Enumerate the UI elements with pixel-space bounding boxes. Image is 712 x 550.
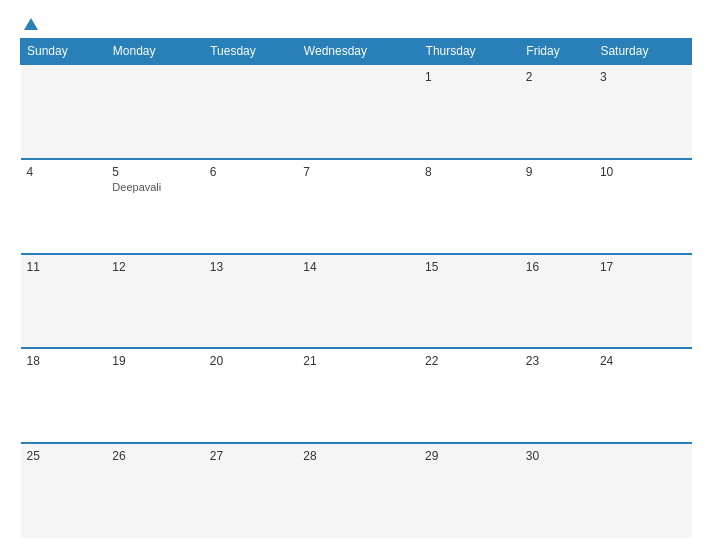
weekday-header-tuesday: Tuesday (204, 39, 298, 65)
day-number: 27 (210, 449, 292, 463)
calendar-cell: 30 (520, 443, 594, 538)
calendar-cell (297, 64, 419, 159)
calendar-cell: 4 (21, 159, 107, 254)
calendar-week-row: 18192021222324 (21, 348, 692, 443)
day-number: 17 (600, 260, 686, 274)
calendar-cell: 29 (419, 443, 520, 538)
day-number: 12 (112, 260, 197, 274)
calendar-cell: 18 (21, 348, 107, 443)
calendar-cell: 19 (106, 348, 203, 443)
weekday-header-saturday: Saturday (594, 39, 692, 65)
calendar-cell (21, 64, 107, 159)
day-number: 28 (303, 449, 413, 463)
day-number: 16 (526, 260, 588, 274)
calendar-cell: 15 (419, 254, 520, 349)
day-number: 26 (112, 449, 197, 463)
calendar-cell: 5Deepavali (106, 159, 203, 254)
calendar-cell: 20 (204, 348, 298, 443)
day-number: 24 (600, 354, 686, 368)
day-number: 18 (27, 354, 101, 368)
day-number: 25 (27, 449, 101, 463)
header (20, 18, 692, 30)
weekday-header-thursday: Thursday (419, 39, 520, 65)
day-number: 5 (112, 165, 197, 179)
calendar-week-row: 11121314151617 (21, 254, 692, 349)
calendar-cell (204, 64, 298, 159)
day-number: 30 (526, 449, 588, 463)
calendar-cell: 3 (594, 64, 692, 159)
day-number: 4 (27, 165, 101, 179)
calendar-cell: 10 (594, 159, 692, 254)
calendar-cell: 1 (419, 64, 520, 159)
day-number: 22 (425, 354, 514, 368)
weekday-header-row: SundayMondayTuesdayWednesdayThursdayFrid… (21, 39, 692, 65)
day-number: 23 (526, 354, 588, 368)
calendar-cell: 12 (106, 254, 203, 349)
day-number: 10 (600, 165, 686, 179)
calendar-cell: 28 (297, 443, 419, 538)
day-number: 6 (210, 165, 292, 179)
weekday-header-monday: Monday (106, 39, 203, 65)
calendar-cell: 16 (520, 254, 594, 349)
calendar-cell: 2 (520, 64, 594, 159)
calendar-cell (594, 443, 692, 538)
calendar-cell: 24 (594, 348, 692, 443)
calendar-cell: 21 (297, 348, 419, 443)
weekday-header-sunday: Sunday (21, 39, 107, 65)
day-number: 9 (526, 165, 588, 179)
calendar-cell: 11 (21, 254, 107, 349)
day-number: 29 (425, 449, 514, 463)
day-number: 15 (425, 260, 514, 274)
weekday-header-wednesday: Wednesday (297, 39, 419, 65)
page: SundayMondayTuesdayWednesdayThursdayFrid… (0, 0, 712, 550)
calendar-cell: 14 (297, 254, 419, 349)
day-number: 8 (425, 165, 514, 179)
day-number: 2 (526, 70, 588, 84)
day-number: 13 (210, 260, 292, 274)
day-number: 14 (303, 260, 413, 274)
day-number: 3 (600, 70, 686, 84)
logo (20, 18, 38, 30)
calendar-cell: 8 (419, 159, 520, 254)
calendar-cell (106, 64, 203, 159)
calendar-cell: 25 (21, 443, 107, 538)
day-number: 19 (112, 354, 197, 368)
calendar-cell: 13 (204, 254, 298, 349)
weekday-header-friday: Friday (520, 39, 594, 65)
calendar-week-row: 45Deepavali678910 (21, 159, 692, 254)
calendar-cell: 6 (204, 159, 298, 254)
calendar-cell: 26 (106, 443, 203, 538)
calendar-cell: 9 (520, 159, 594, 254)
calendar-cell: 7 (297, 159, 419, 254)
calendar-week-row: 123 (21, 64, 692, 159)
calendar-cell: 27 (204, 443, 298, 538)
day-number: 20 (210, 354, 292, 368)
day-number: 7 (303, 165, 413, 179)
calendar-week-row: 252627282930 (21, 443, 692, 538)
day-number: 21 (303, 354, 413, 368)
calendar-cell: 23 (520, 348, 594, 443)
calendar-table: SundayMondayTuesdayWednesdayThursdayFrid… (20, 38, 692, 538)
day-number: 11 (27, 260, 101, 274)
calendar-cell: 17 (594, 254, 692, 349)
logo-triangle-icon (24, 18, 38, 30)
calendar-cell: 22 (419, 348, 520, 443)
event-label: Deepavali (112, 181, 197, 193)
day-number: 1 (425, 70, 514, 84)
